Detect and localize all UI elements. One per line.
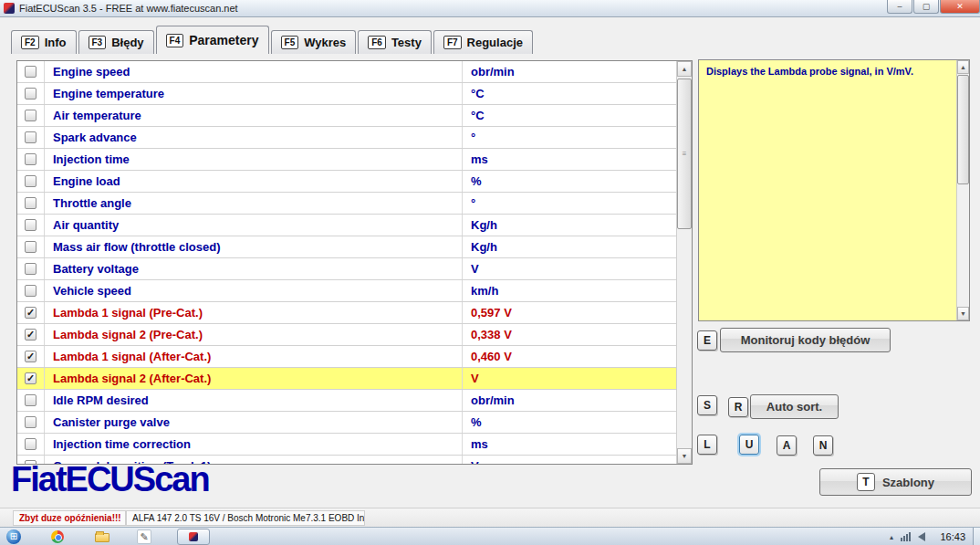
scroll-down-icon[interactable]: ▼: [677, 448, 692, 464]
minimize-button[interactable]: –: [887, 0, 912, 14]
row-checkbox[interactable]: [25, 175, 36, 187]
status-warning: Zbyt duze opóźnienia!!!: [13, 510, 126, 526]
table-row[interactable]: Engine load %: [17, 171, 676, 193]
parameter-name: Canister purge valve: [45, 412, 462, 433]
key-l[interactable]: L: [697, 435, 717, 455]
table-row[interactable]: Canister purge valve %: [17, 412, 676, 434]
parameter-name: Air quantity: [45, 215, 462, 236]
monitor-errors-button[interactable]: Monitoruj kody błędów: [720, 328, 891, 352]
row-checkbox[interactable]: [25, 241, 36, 253]
pen-app-icon[interactable]: ✎: [137, 529, 151, 544]
tab-wykres[interactable]: F5 Wykres: [271, 30, 357, 54]
parameter-name: Spark advance: [45, 127, 462, 148]
row-checkbox[interactable]: [25, 66, 36, 78]
status-bar: Zbyt duze opóźnienia!!! ALFA 147 2.0 TS …: [0, 508, 980, 527]
row-checkbox[interactable]: [25, 219, 36, 231]
help-scrollbar[interactable]: ▲ ▼: [956, 60, 969, 320]
table-row[interactable]: ✓ Lambda 1 signal (After-Cat.) 0,460 V: [17, 346, 676, 368]
table-row[interactable]: Air temperature °C: [17, 105, 676, 127]
row-checkbox[interactable]: [25, 197, 36, 209]
scrollbar-thumb[interactable]: [957, 75, 969, 184]
app-icon: [4, 3, 15, 14]
row-checkbox[interactable]: ✓: [25, 372, 36, 384]
row-checkbox[interactable]: ✓: [25, 307, 36, 319]
row-checkbox[interactable]: [25, 285, 36, 297]
network-icon[interactable]: [901, 532, 911, 541]
parameter-value: V: [462, 368, 676, 389]
table-row[interactable]: Mass air flow (throttle closed) Kg/h: [17, 236, 676, 258]
tab-info[interactable]: F2 Info: [11, 30, 77, 54]
tab-label: Błędy: [111, 36, 143, 49]
key-r[interactable]: R: [728, 397, 748, 417]
parameter-value: obr/min: [462, 390, 676, 411]
chrome-icon[interactable]: [51, 530, 64, 543]
parameter-value: 0,338 V: [462, 324, 676, 345]
tab-testy[interactable]: F6 Testy: [358, 30, 432, 54]
checkbox-cell: [17, 412, 45, 433]
row-checkbox[interactable]: [25, 394, 36, 406]
parameter-value: °: [462, 127, 676, 148]
tab-regulacje[interactable]: F7 Regulacje: [433, 30, 533, 54]
row-checkbox[interactable]: [25, 438, 36, 450]
table-row[interactable]: Air quantity Kg/h: [17, 215, 676, 236]
row-checkbox[interactable]: [25, 416, 36, 428]
templates-button[interactable]: T Szablony: [819, 468, 972, 496]
key-n[interactable]: N: [813, 435, 833, 456]
key-u[interactable]: U: [739, 435, 759, 455]
taskbar-clock[interactable]: 16:43: [940, 531, 965, 542]
row-checkbox[interactable]: ✓: [25, 329, 36, 341]
scroll-up-icon[interactable]: ▲: [677, 61, 692, 77]
key-e[interactable]: E: [697, 330, 717, 351]
taskbar-app-button[interactable]: [177, 529, 210, 545]
row-checkbox[interactable]: [25, 110, 36, 121]
checkbox-cell: [17, 434, 45, 455]
table-row[interactable]: Injection time correction ms: [17, 434, 676, 456]
table-row[interactable]: ✓ Lambda signal 2 (After-Cat.) V: [17, 368, 676, 390]
key-a[interactable]: A: [777, 435, 797, 456]
parameter-value: %: [462, 171, 676, 192]
checkbox-cell: [17, 105, 45, 126]
close-button[interactable]: ✕: [940, 0, 980, 14]
checkbox-cell: ✓: [17, 324, 45, 345]
scrollbar-thumb[interactable]: ≡: [677, 79, 692, 229]
scroll-up-icon[interactable]: ▲: [957, 60, 969, 74]
table-row[interactable]: ✓ Lambda signal 2 (Pre-Cat.) 0,338 V: [17, 324, 676, 346]
table-row[interactable]: Vehicle speed km/h: [17, 280, 676, 302]
row-checkbox[interactable]: [25, 131, 36, 143]
auto-sort-button[interactable]: Auto sort.: [750, 394, 839, 419]
fkey-badge: F3: [89, 36, 107, 49]
folder-icon[interactable]: [95, 533, 109, 542]
table-scrollbar[interactable]: ▲ ≡ ▼: [676, 61, 692, 464]
scroll-down-icon[interactable]: ▼: [957, 307, 969, 320]
table-row[interactable]: Battery voltage V: [17, 258, 676, 280]
maximize-button[interactable]: ▢: [913, 0, 939, 14]
table-row[interactable]: Injection time ms: [17, 149, 676, 171]
table-row[interactable]: Engine speed obr/min: [17, 61, 676, 83]
parameter-name: Injection time: [45, 149, 462, 170]
table-row[interactable]: Spark advance °: [17, 127, 676, 149]
parameter-value: Kg/h: [462, 215, 676, 236]
parameter-name: Battery voltage: [45, 258, 462, 279]
tray-expand-icon[interactable]: ▴: [890, 533, 893, 541]
start-button-icon[interactable]: ⊞: [6, 529, 21, 544]
row-checkbox[interactable]: ✓: [25, 351, 36, 362]
tab-label: Parametery: [189, 33, 258, 47]
fkey-badge: F2: [21, 36, 39, 49]
fkey-badge: F4: [166, 34, 184, 47]
parameter-name: Lambda 1 signal (After-Cat.): [45, 346, 462, 367]
row-checkbox[interactable]: [25, 263, 36, 275]
table-row[interactable]: Throttle angle °: [17, 193, 676, 215]
row-checkbox[interactable]: [25, 153, 36, 165]
parameter-name: Mass air flow (throttle closed): [45, 236, 462, 257]
volume-icon[interactable]: [918, 532, 925, 541]
tab-błędy[interactable]: F3 Błędy: [78, 30, 154, 54]
row-checkbox[interactable]: [25, 88, 36, 100]
parameter-name: Throttle angle: [45, 193, 462, 214]
key-s[interactable]: S: [697, 395, 717, 415]
table-row[interactable]: Idle RPM desired obr/min: [17, 390, 676, 412]
table-row[interactable]: Engine temperature °C: [17, 83, 676, 105]
table-row[interactable]: ✓ Lambda 1 signal (Pre-Cat.) 0,597 V: [17, 302, 676, 324]
parameter-name: Engine temperature: [45, 83, 462, 104]
show-desktop-button[interactable]: [973, 528, 980, 545]
tab-parametery[interactable]: F4 Parametery: [156, 26, 269, 54]
